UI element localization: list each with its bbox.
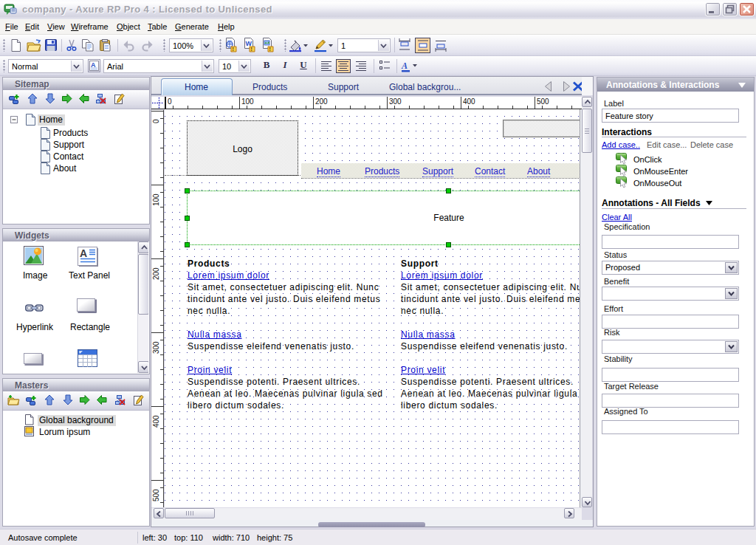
svg-text:A: A xyxy=(80,247,87,259)
svg-text:A: A xyxy=(91,61,96,69)
svg-text:!: ! xyxy=(269,47,271,52)
svg-text:!: ! xyxy=(251,47,252,52)
svg-text:A: A xyxy=(401,61,408,71)
svg-text:!: ! xyxy=(233,47,234,52)
